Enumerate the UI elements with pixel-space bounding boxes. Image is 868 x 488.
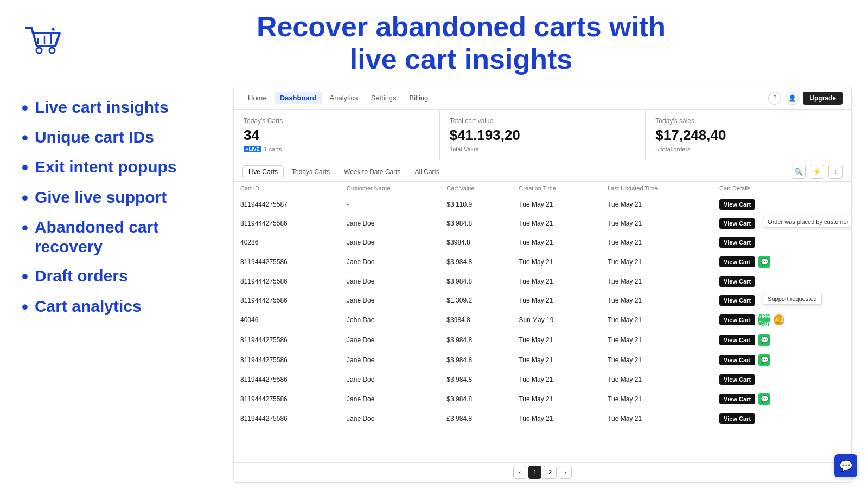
stat-label-sales: Today's sales (655, 117, 841, 125)
cell-customer: Jane Doe (340, 272, 440, 291)
feature-item-4: Give live support (22, 188, 217, 208)
cell-cart-id: 8119444275586 (234, 272, 340, 291)
cell-cart-id: 8119444275586 (234, 330, 340, 350)
pagination: ‹ 1 2 › (234, 462, 851, 482)
filter-icon-btn[interactable]: ⚡ (810, 165, 824, 179)
cell-updated: Tue May 21 (601, 214, 713, 233)
cell-cart-id: 8119444275586 (234, 370, 340, 389)
col-cart-id: Cart ID (234, 182, 340, 195)
account-icon-btn[interactable]: 👤 (786, 92, 799, 105)
view-cart-button[interactable]: View Cart (719, 295, 755, 306)
page-2-btn[interactable]: 2 (544, 466, 557, 479)
cell-value: $3,984.8 (440, 272, 512, 291)
cell-created: Tue May 21 (512, 272, 601, 291)
view-cart-button[interactable]: View Cart (719, 374, 755, 385)
feature-list-panel: Live cart insights Unique cart IDs Exit … (22, 87, 217, 483)
nav-icons: ? 👤 Upgrade (768, 92, 843, 105)
page-header: ✦ Recover abandoned carts with live cart… (0, 0, 868, 81)
col-cart-details: Cart Details (713, 182, 851, 195)
tab-live-carts[interactable]: Live Carts (242, 165, 284, 178)
support-tooltip: Support requested (763, 293, 822, 305)
cell-updated: Tue May 21 (601, 252, 713, 272)
col-creation-time: Creation Time (512, 182, 601, 195)
page-next-btn[interactable]: › (559, 466, 572, 479)
nav-billing[interactable]: Billing (404, 92, 434, 104)
cell-details: View Cart 💬 (713, 350, 851, 370)
view-cart-button[interactable]: View Cart (719, 276, 755, 287)
nav-settings[interactable]: Settings (366, 92, 402, 104)
view-cart-button[interactable]: View Cart (719, 199, 755, 210)
upgrade-button[interactable]: Upgrade (803, 92, 843, 105)
page-1-btn[interactable]: 1 (528, 466, 541, 479)
dashboard-panel: Home Dashboard Analytics Settings Billin… (233, 87, 852, 483)
view-cart-button[interactable]: View Cart (719, 218, 755, 229)
chat-icon-btn[interactable]: 💬 (758, 334, 770, 346)
search-icon-btn[interactable]: 🔍 (792, 165, 806, 179)
page-main-title: Recover abandoned carts with live cart i… (76, 11, 846, 76)
view-cart-button[interactable]: View Cart (719, 237, 755, 248)
tab-todays-carts[interactable]: Todays Carts (286, 165, 336, 178)
cell-customer: - (340, 195, 440, 214)
view-cart-button[interactable]: View Cart (719, 314, 755, 325)
nav-bar: Home Dashboard Analytics Settings Billin… (234, 87, 851, 110)
feature-item-1: Live cart insights (22, 98, 217, 118)
cell-details: View Cart View Cart🔔1 (713, 310, 851, 330)
feature-item-5: Abandoned cart recoveryDraft orders (22, 217, 217, 256)
view-cart-button[interactable]: View Cart (719, 256, 755, 267)
table-row: 40046 John Dae $3984.8 Sun May 19 Tue Ma… (234, 310, 851, 330)
cell-value: $3,984.8 (440, 389, 512, 409)
nav-home[interactable]: Home (242, 92, 272, 104)
sort-icon-btn[interactable]: ↕ (828, 165, 843, 179)
stats-row: Today's Carts 34 ●LIVE 1 carts Total car… (234, 110, 851, 160)
cell-details: View Cart Support requested (713, 291, 851, 310)
cell-details: View Cart 💬 (713, 252, 851, 272)
page-prev-btn[interactable]: ‹ (513, 466, 526, 479)
stat-sub-carts: ●LIVE 1 carts (244, 146, 430, 152)
cell-cart-id: 8119444275586 (234, 350, 340, 370)
stat-sub-sales: 5 total orders (655, 146, 841, 152)
cell-details: View Cart (713, 370, 851, 389)
cell-customer: Jane Doe (340, 409, 440, 428)
tab-all-carts[interactable]: All Carts (409, 165, 445, 178)
stat-value-carts: 34 (244, 127, 430, 144)
svg-point-4 (49, 48, 55, 53)
cell-updated: Tue May 21 (601, 310, 713, 330)
stat-value-sales: $17,248,40 (655, 127, 841, 144)
chat-widget[interactable]: 💬 (834, 454, 857, 477)
cell-cart-id: 8119444275586 (234, 409, 340, 428)
cell-cart-id: 40286 (234, 233, 340, 252)
cell-details: View Cart (713, 195, 851, 214)
chat-icon: 💬 (839, 459, 853, 472)
stat-card-value: Total cart value $41.193,20 Total Value (440, 110, 646, 160)
stat-card-carts: Today's Carts 34 ●LIVE 1 carts (234, 110, 440, 160)
help-icon-btn[interactable]: ? (768, 92, 781, 105)
cell-customer: Jane Doe (340, 370, 440, 389)
view-cart-btn2[interactable]: View Cart (758, 314, 770, 326)
view-cart-button[interactable]: View Cart (719, 335, 755, 345)
cell-updated: Tue May 21 (601, 233, 713, 252)
cell-updated: Tue May 21 (601, 272, 713, 291)
cell-value: $3984.8 (440, 310, 512, 330)
col-customer: Customer Name (340, 182, 440, 195)
cell-cart-id: 8119444275586 (234, 214, 340, 233)
table-row: 8119444275587 - $3,110.9 Tue May 21 Tue … (234, 195, 851, 214)
chat-icon-btn[interactable]: 💬 (758, 354, 770, 366)
nav-analytics[interactable]: Analytics (324, 92, 363, 104)
table-scroll[interactable]: Cart ID Customer Name Cart Value Creatio… (234, 182, 851, 462)
view-cart-button[interactable]: View Cart (719, 394, 755, 404)
view-cart-button[interactable]: View Cart (719, 355, 755, 365)
chat-icon-btn[interactable]: 💬 (758, 256, 770, 268)
cell-updated: Tue May 21 (601, 195, 713, 214)
chat-icon-btn[interactable]: 💬 (758, 393, 770, 405)
cell-value: £3,984.8 (440, 409, 512, 428)
cell-details: View Cart 💬 (713, 389, 851, 409)
nav-dashboard[interactable]: Dashboard (275, 92, 322, 104)
cell-updated: Tue May 21 (601, 409, 713, 428)
cell-customer: Jane Doe (340, 389, 440, 409)
filter-tabs: Live Carts Todays Carts Week to Date Car… (234, 160, 851, 182)
tab-week-carts[interactable]: Week to Date Carts (338, 165, 406, 178)
stat-label-value: Total cart value (450, 117, 636, 125)
cell-value: $3,984.8 (440, 350, 512, 370)
view-cart-button[interactable]: View Cart (719, 413, 755, 424)
col-updated-time: Last Updated Time (601, 182, 713, 195)
